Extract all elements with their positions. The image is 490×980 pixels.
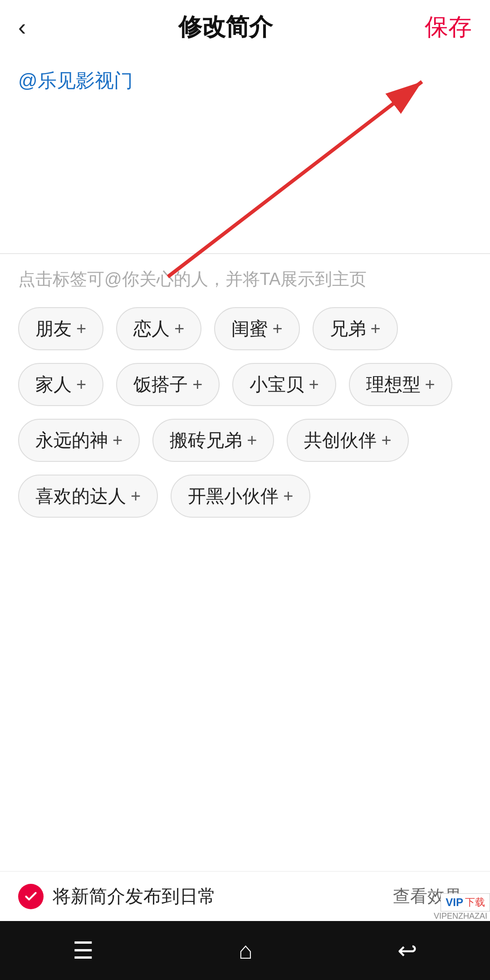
tag-pengyou[interactable]: 朋友+ xyxy=(18,307,103,350)
page-title: 修改简介 xyxy=(178,11,273,43)
bottom-bar: 将新简介发布到日常 查看效果 › xyxy=(0,871,490,921)
nav-menu-icon[interactable]: ☰ xyxy=(73,937,94,964)
save-button[interactable]: 保存 xyxy=(425,11,472,43)
nav-bar: ☰ ⌂ ↩ xyxy=(0,921,490,980)
header: ‹ 修改简介 保存 xyxy=(0,0,490,54)
tags-row-4: 喜欢的达人+ 开黑小伙伴+ xyxy=(18,475,472,518)
tag-gongchuanghuo[interactable]: 共创伙伴+ xyxy=(287,419,408,462)
tags-row-1: 朋友+ 恋人+ 闺蜜+ 兄弟+ xyxy=(18,307,472,350)
tags-row-2: 家人+ 饭搭子+ 小宝贝+ 理想型+ xyxy=(18,363,472,406)
nav-back-icon[interactable]: ↩ xyxy=(397,937,417,964)
bio-mention: @乐见影视门 xyxy=(18,70,133,91)
nav-home-icon[interactable]: ⌂ xyxy=(239,937,253,964)
back-button[interactable]: ‹ xyxy=(18,14,26,41)
check-icon xyxy=(18,884,44,909)
tag-guimi[interactable]: 闺蜜+ xyxy=(214,307,299,350)
tag-lixiangxing[interactable]: 理想型+ xyxy=(349,363,452,406)
tag-jiaren[interactable]: 家人+ xyxy=(18,363,103,406)
bio-area[interactable]: @乐见影视门 xyxy=(0,54,490,254)
tag-xiaobaobei[interactable]: 小宝贝+ xyxy=(232,363,336,406)
tag-lianren[interactable]: 恋人+ xyxy=(116,307,201,350)
tags-hint: 点击标签可@你关心的人，并将TA展示到主页 xyxy=(18,268,472,291)
tag-banzhuanxiongdi[interactable]: 搬砖兄弟+ xyxy=(152,419,274,462)
tag-xihuandadaren[interactable]: 喜欢的达人+ xyxy=(18,475,158,518)
tag-xiongdi[interactable]: 兄弟+ xyxy=(313,307,398,350)
publish-section: 将新简介发布到日常 xyxy=(18,884,216,909)
vip-watermark: VIP下载 VIPENZHAZAI xyxy=(434,893,490,921)
tags-section: 点击标签可@你关心的人，并将TA展示到主页 朋友+ 恋人+ 闺蜜+ 兄弟+ 家人… xyxy=(0,254,490,518)
tags-row-3: 永远的神+ 搬砖兄弟+ 共创伙伴+ xyxy=(18,419,472,462)
tag-yongyuandeshen[interactable]: 永远的神+ xyxy=(18,419,140,462)
publish-text: 将新简介发布到日常 xyxy=(53,884,216,909)
tag-kaiheioxiaohuoban[interactable]: 开黑小伙伴+ xyxy=(171,475,310,518)
tag-fandazi[interactable]: 饭搭子+ xyxy=(116,363,220,406)
